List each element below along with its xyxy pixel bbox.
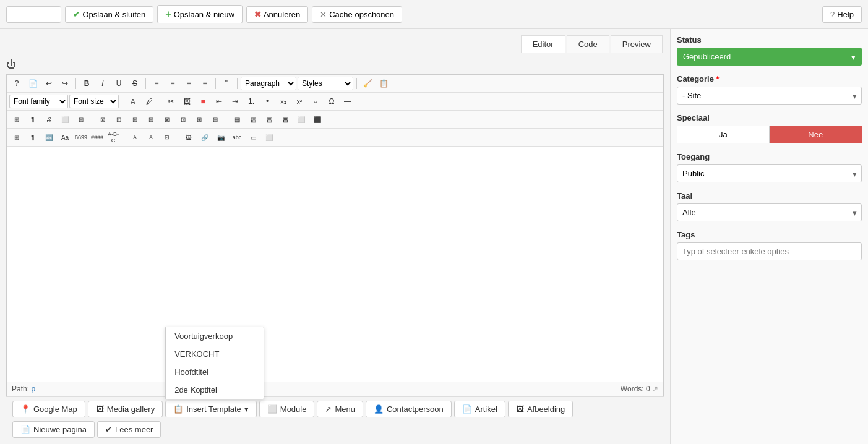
tb4-3[interactable]: 🔤 <box>41 130 56 144</box>
tb3-7[interactable]: ⊡ <box>111 113 126 126</box>
rtl-button[interactable]: ↔ <box>308 95 323 108</box>
artikel-button[interactable]: 📄 Artikel <box>454 401 505 417</box>
tab-code[interactable]: Code <box>567 35 609 53</box>
paste-button[interactable]: 📋 <box>376 77 391 90</box>
save-button[interactable]: ✎ Opslaan <box>6 6 61 23</box>
indent-right-button[interactable]: ⇥ <box>228 95 243 108</box>
tb3-4[interactable]: ⬜ <box>58 113 72 126</box>
status-dropdown[interactable]: Gepubliceerd <box>677 48 862 66</box>
tb4-6[interactable]: #### <box>90 130 105 144</box>
tb3-10[interactable]: ⊠ <box>160 113 174 126</box>
tb4-15[interactable]: ▭ <box>246 130 260 144</box>
tb4-2[interactable]: ¶ <box>25 130 40 144</box>
insert-template-button[interactable]: 📋 Insert Template ▾ <box>165 401 257 417</box>
help-button[interactable]: ? Help <box>822 6 862 23</box>
save-new-button[interactable]: + Opslaan & nieuw <box>157 5 243 23</box>
super-script-button[interactable]: x² <box>292 95 307 108</box>
save-close-button[interactable]: ✔ Opslaan & sluiten <box>65 6 153 23</box>
tb4-14[interactable]: abc <box>230 130 244 144</box>
sub-script-button[interactable]: x₂ <box>276 95 291 108</box>
redo-icon[interactable]: ↪ <box>58 77 72 90</box>
google-map-button[interactable]: 📍 Google Map <box>12 401 85 417</box>
categorie-select[interactable]: - Site <box>677 87 862 105</box>
media-gallery-button[interactable]: 🖼 Media gallery <box>88 401 163 417</box>
help-tb-icon[interactable]: ? <box>9 77 24 90</box>
taal-select[interactable]: Alle <box>677 203 862 221</box>
styles-select[interactable]: Styles <box>298 77 353 90</box>
new-doc-icon[interactable]: 📄 <box>25 77 40 90</box>
tags-input[interactable] <box>677 242 862 260</box>
remove-format-button[interactable]: ✂ <box>163 95 178 108</box>
tb3-18[interactable]: ⬜ <box>294 113 309 126</box>
tb4-13[interactable]: 📷 <box>213 130 228 144</box>
tb3-14[interactable]: ▦ <box>230 113 244 126</box>
tb4-12[interactable]: 🔗 <box>197 130 212 144</box>
dropdown-item-2[interactable]: VERKOCHT <box>166 345 264 363</box>
paragraph-select[interactable]: Paragraph <box>241 77 296 90</box>
tb3-11[interactable]: ⊡ <box>176 113 191 126</box>
tb4-4[interactable]: Aa <box>58 130 72 144</box>
toegang-select[interactable]: Public <box>677 164 862 182</box>
tb4-5[interactable]: 6699 <box>74 130 88 144</box>
align-center-button[interactable]: ≡ <box>165 77 180 90</box>
tb3-17[interactable]: ▩ <box>278 113 293 126</box>
undo-icon[interactable]: ↩ <box>41 77 56 90</box>
tb4-8[interactable]: A <box>127 130 142 144</box>
unordered-list-button[interactable]: • <box>260 95 275 108</box>
align-left-button[interactable]: ≡ <box>149 77 164 90</box>
tb3-12[interactable]: ⊞ <box>192 113 207 126</box>
align-right-button[interactable]: ≡ <box>181 77 196 90</box>
ordered-list-button[interactable]: 1. <box>244 95 259 108</box>
tb3-3[interactable]: 🖨 <box>41 113 56 126</box>
cancel-button[interactable]: ✖ Annuleren <box>246 6 308 23</box>
tb3-8[interactable]: ⊞ <box>127 113 142 126</box>
tb3-19[interactable]: ⬛ <box>310 113 325 126</box>
hr-button[interactable]: — <box>340 95 355 108</box>
highlight-button[interactable]: 🖊 <box>142 95 157 108</box>
tab-editor[interactable]: Editor <box>521 35 565 53</box>
tb4-9[interactable]: A <box>144 130 158 144</box>
underline-button[interactable]: U <box>111 77 126 90</box>
tb4-10[interactable]: ⊡ <box>160 130 174 144</box>
bold-button[interactable]: B <box>79 77 94 90</box>
font-color-button[interactable]: A <box>126 95 140 108</box>
tb4-7[interactable]: A-B-C <box>106 130 121 144</box>
special-chars-button[interactable]: Ω <box>324 95 339 108</box>
afbeelding-button[interactable]: 🖼 Afbeelding <box>508 401 573 417</box>
tb3-1[interactable]: ⊞ <box>9 113 24 126</box>
font-size-select[interactable]: Font size <box>69 95 119 108</box>
indent-left-button[interactable]: ⇤ <box>212 95 226 108</box>
tb4-16[interactable]: ⬜ <box>262 130 277 144</box>
speciaal-nee-button[interactable]: Nee <box>770 126 862 143</box>
font-family-select[interactable]: Font family <box>9 95 68 108</box>
tab-preview[interactable]: Preview <box>611 35 663 53</box>
dropdown-item-3[interactable]: Hoofdtitel <box>166 363 264 381</box>
clear-format-button[interactable]: 🧹 <box>360 77 375 90</box>
cache-button[interactable]: ✕ Cache opschonen <box>312 6 402 23</box>
tb3-5[interactable]: ⊟ <box>74 113 88 126</box>
menu-button[interactable]: ↗ Menu <box>317 401 363 417</box>
speciaal-ja-button[interactable]: Ja <box>677 126 770 143</box>
tb4-1[interactable]: ⊞ <box>9 130 24 144</box>
tb3-9[interactable]: ⊟ <box>144 113 158 126</box>
contactpersoon-button[interactable]: 👤 Contactpersoon <box>366 401 452 417</box>
tb3-16[interactable]: ▨ <box>262 113 277 126</box>
tb4-11[interactable]: 🖼 <box>181 130 196 144</box>
strikethrough-button[interactable]: S <box>127 77 142 90</box>
tb3-13[interactable]: ⊟ <box>208 113 223 126</box>
dropdown-item-1[interactable]: Voortuigverkoop <box>166 327 264 345</box>
italic-button[interactable]: I <box>95 77 110 90</box>
tb3-2[interactable]: ¶ <box>25 113 40 126</box>
tb3-6[interactable]: ⊠ <box>95 113 110 126</box>
power-button[interactable]: ⏻ <box>6 59 16 70</box>
color-fill-button[interactable]: ■ <box>196 95 210 108</box>
nieuwe-pagina-button[interactable]: 📄 Nieuwe pagina <box>12 421 95 438</box>
image-button[interactable]: 🖼 <box>179 95 194 108</box>
editor-content[interactable] <box>7 147 663 382</box>
dropdown-item-4[interactable]: 2de Koptitel <box>166 381 264 399</box>
resize-handle[interactable]: ↗ <box>652 385 658 393</box>
tb3-15[interactable]: ▧ <box>246 113 260 126</box>
lees-meer-button[interactable]: ✔ Lees meer <box>97 421 161 438</box>
module-button[interactable]: ⬜ Module <box>259 401 315 417</box>
align-justify-button[interactable]: ≡ <box>197 77 212 90</box>
